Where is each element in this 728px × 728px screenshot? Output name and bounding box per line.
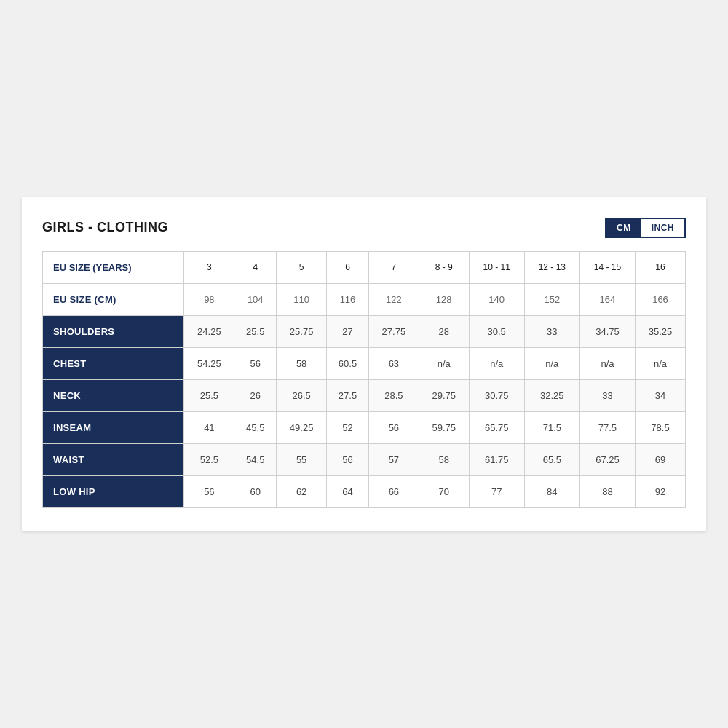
cm-val-10-11: 140 xyxy=(469,283,524,315)
size-years-row: EU SIZE (YEARS) 3 4 5 6 7 8 - 9 10 - 11 … xyxy=(43,251,686,283)
cell-0-9: 35.25 xyxy=(636,315,686,347)
cell-1-8: n/a xyxy=(579,347,635,379)
inch-button[interactable]: INCH xyxy=(641,219,684,237)
cell-0-4: 27.75 xyxy=(368,315,419,347)
cell-0-5: 28 xyxy=(419,315,469,347)
size-cm-label: EU SIZE (CM) xyxy=(43,283,184,315)
cell-4-2: 55 xyxy=(277,443,327,475)
cell-2-8: 33 xyxy=(579,379,635,411)
cell-3-0: 41 xyxy=(184,411,234,443)
cell-2-9: 34 xyxy=(636,379,686,411)
cell-5-2: 62 xyxy=(277,475,327,507)
cell-4-7: 65.5 xyxy=(524,443,579,475)
cell-5-1: 60 xyxy=(234,475,277,507)
col-5: 5 xyxy=(277,251,327,283)
card-title: GIRLS - CLOTHING xyxy=(42,220,168,235)
cell-5-0: 56 xyxy=(184,475,234,507)
cell-1-6: n/a xyxy=(469,347,524,379)
cell-4-1: 54.5 xyxy=(234,443,277,475)
cm-val-5: 110 xyxy=(277,283,327,315)
cell-0-3: 27 xyxy=(327,315,369,347)
cell-0-6: 30.5 xyxy=(469,315,524,347)
cm-val-16: 166 xyxy=(636,283,686,315)
col-14-15: 14 - 15 xyxy=(579,251,635,283)
col-10-11: 10 - 11 xyxy=(469,251,524,283)
cell-5-8: 88 xyxy=(579,475,635,507)
page-container: GIRLS - CLOTHING CM INCH EU SIZE (YEARS)… xyxy=(0,0,728,728)
unit-toggle: CM INCH xyxy=(605,218,686,238)
cell-3-5: 59.75 xyxy=(419,411,469,443)
cell-3-8: 77.5 xyxy=(579,411,635,443)
cell-0-7: 33 xyxy=(524,315,579,347)
cell-2-7: 32.25 xyxy=(524,379,579,411)
cell-3-9: 78.5 xyxy=(636,411,686,443)
cell-3-6: 65.75 xyxy=(469,411,524,443)
size-years-label: EU SIZE (YEARS) xyxy=(43,251,184,283)
row-label-inseam: INSEAM xyxy=(43,411,184,443)
measurement-row-neck: NECK25.52626.527.528.529.7530.7532.25333… xyxy=(43,379,686,411)
cell-1-4: 63 xyxy=(368,347,419,379)
cell-3-4: 56 xyxy=(368,411,419,443)
measurement-row-low-hip: LOW HIP56606264667077848892 xyxy=(43,475,686,507)
cell-4-9: 69 xyxy=(636,443,686,475)
row-label-waist: WAIST xyxy=(43,443,184,475)
cell-5-9: 92 xyxy=(636,475,686,507)
cell-1-5: n/a xyxy=(419,347,469,379)
size-cm-row: EU SIZE (CM) 98 104 110 116 122 128 140 … xyxy=(43,283,686,315)
cell-4-5: 58 xyxy=(419,443,469,475)
size-table: EU SIZE (YEARS) 3 4 5 6 7 8 - 9 10 - 11 … xyxy=(42,251,686,508)
measurement-row-chest: CHEST54.25565860.563n/an/an/an/an/a xyxy=(43,347,686,379)
cell-0-0: 24.25 xyxy=(184,315,234,347)
size-guide-card: GIRLS - CLOTHING CM INCH EU SIZE (YEARS)… xyxy=(22,197,706,531)
cm-val-8-9: 128 xyxy=(419,283,469,315)
cell-2-6: 30.75 xyxy=(469,379,524,411)
cell-4-4: 57 xyxy=(368,443,419,475)
col-16: 16 xyxy=(636,251,686,283)
cell-1-1: 56 xyxy=(234,347,277,379)
cell-5-4: 66 xyxy=(368,475,419,507)
col-8-9: 8 - 9 xyxy=(419,251,469,283)
card-header: GIRLS - CLOTHING CM INCH xyxy=(42,218,686,238)
cell-2-2: 26.5 xyxy=(277,379,327,411)
cell-2-0: 25.5 xyxy=(184,379,234,411)
cell-1-0: 54.25 xyxy=(184,347,234,379)
cell-1-7: n/a xyxy=(524,347,579,379)
col-6: 6 xyxy=(327,251,369,283)
measurement-row-waist: WAIST52.554.55556575861.7565.567.2569 xyxy=(43,443,686,475)
cell-4-6: 61.75 xyxy=(469,443,524,475)
cell-3-7: 71.5 xyxy=(524,411,579,443)
cell-3-2: 49.25 xyxy=(277,411,327,443)
cell-2-4: 28.5 xyxy=(368,379,419,411)
cell-0-8: 34.75 xyxy=(579,315,635,347)
cm-val-3: 98 xyxy=(184,283,234,315)
cell-4-0: 52.5 xyxy=(184,443,234,475)
cell-3-3: 52 xyxy=(327,411,369,443)
cell-0-1: 25.5 xyxy=(234,315,277,347)
row-label-chest: CHEST xyxy=(43,347,184,379)
cell-3-1: 45.5 xyxy=(234,411,277,443)
cell-4-8: 67.25 xyxy=(579,443,635,475)
cm-val-7: 122 xyxy=(368,283,419,315)
cell-5-6: 77 xyxy=(469,475,524,507)
cm-button[interactable]: CM xyxy=(606,219,641,237)
cell-5-5: 70 xyxy=(419,475,469,507)
cell-2-1: 26 xyxy=(234,379,277,411)
cell-2-3: 27.5 xyxy=(327,379,369,411)
cm-val-6: 116 xyxy=(327,283,369,315)
measurement-row-shoulders: SHOULDERS24.2525.525.752727.752830.53334… xyxy=(43,315,686,347)
row-label-low-hip: LOW HIP xyxy=(43,475,184,507)
cell-5-7: 84 xyxy=(524,475,579,507)
cell-4-3: 56 xyxy=(327,443,369,475)
col-3: 3 xyxy=(184,251,234,283)
cell-1-3: 60.5 xyxy=(327,347,369,379)
cell-1-2: 58 xyxy=(277,347,327,379)
row-label-neck: NECK xyxy=(43,379,184,411)
cell-0-2: 25.75 xyxy=(277,315,327,347)
cell-1-9: n/a xyxy=(636,347,686,379)
col-4: 4 xyxy=(234,251,277,283)
cell-2-5: 29.75 xyxy=(419,379,469,411)
col-12-13: 12 - 13 xyxy=(524,251,579,283)
cm-val-14-15: 164 xyxy=(579,283,635,315)
col-7: 7 xyxy=(368,251,419,283)
measurement-row-inseam: INSEAM4145.549.25525659.7565.7571.577.57… xyxy=(43,411,686,443)
